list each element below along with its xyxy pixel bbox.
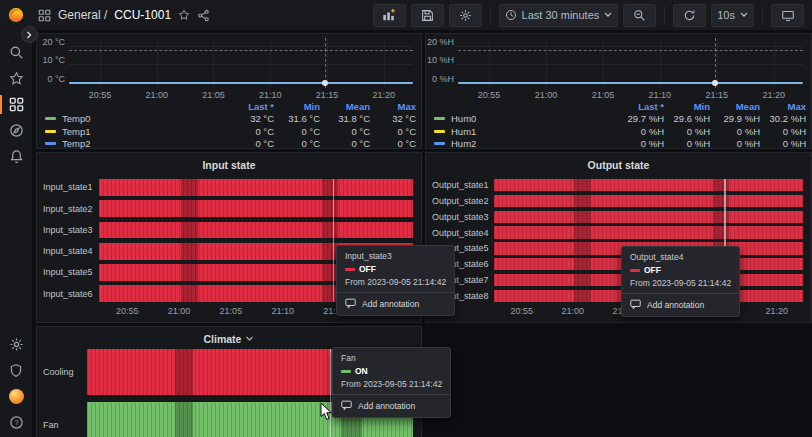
legend-series-label[interactable]: Temp2 — [45, 138, 216, 149]
sidebar-item-alerting[interactable] — [0, 144, 32, 169]
add-panel-button[interactable] — [373, 4, 406, 27]
tooltip-climate: Fan ON From 2023-09-05 21:14:42 Add anno… — [332, 347, 451, 418]
state-band — [574, 226, 591, 238]
panel-title[interactable]: Input state — [37, 153, 421, 173]
legend-column-header[interactable]: Mean — [320, 101, 370, 112]
legend-column-header[interactable]: Max — [760, 101, 806, 112]
breadcrumb-section[interactable]: General / — [58, 8, 107, 22]
state-row-label: Cooling — [43, 349, 87, 395]
legend-stat-value: 0 %H — [760, 126, 806, 137]
sidebar-item-explore[interactable] — [0, 118, 32, 143]
state-bar[interactable] — [494, 179, 803, 191]
legend-row: Temp10 °C0 °C0 °C0 °C — [45, 125, 416, 138]
tooltip-state-value: ON — [355, 366, 368, 376]
legend-series-label[interactable]: Hum2 — [434, 138, 606, 149]
divider — [337, 292, 454, 293]
legend-column-header[interactable]: Min — [664, 101, 710, 112]
panel-temperature[interactable]: 20 °C 10 °C 0 °C 20:5521:0021:0521:1021:… — [36, 33, 422, 149]
share-icon[interactable] — [197, 9, 210, 22]
sidebar-item-search[interactable] — [0, 40, 32, 65]
x-tick: 21:10 — [649, 90, 672, 100]
state-row-label: Output_state1 — [432, 179, 494, 191]
legend-series-label[interactable]: Hum1 — [434, 126, 606, 137]
sidebar-item-dashboards[interactable] — [0, 92, 32, 117]
legend-stat-value: 29.9 %H — [710, 113, 760, 124]
x-axis: 20:5521:0021:0521:1021:1521:20 — [69, 90, 413, 100]
series-swatch-icon — [434, 117, 445, 120]
sidebar-item-help[interactable]: ? — [0, 410, 32, 435]
legend-column-header[interactable]: Min — [274, 101, 320, 112]
state-row-label: Input_state2 — [43, 200, 99, 217]
sidebar-expand-button[interactable] — [21, 26, 38, 43]
panel-humidity[interactable]: 20 %H 10 %H 0 %H 20:5521:0021:0521:1021:… — [425, 33, 812, 149]
x-tick: 20:55 — [89, 90, 112, 100]
dashboard-title[interactable]: CCU-1001 — [114, 8, 171, 22]
state-bar[interactable] — [99, 179, 413, 196]
legend-column-header[interactable]: Last * — [216, 101, 274, 112]
time-series-plot[interactable] — [458, 38, 803, 88]
legend-stat-value: 0 °C — [216, 126, 274, 137]
zoom-out-button[interactable] — [623, 4, 656, 27]
legend-stat-value: 0 %H — [606, 138, 664, 149]
legend-row: Hum029.7 %H29.6 %H29.9 %H30.2 %H — [434, 113, 806, 126]
legend-series-label[interactable]: Hum0 — [434, 113, 606, 124]
add-annotation-button[interactable]: Add annotation — [630, 299, 731, 311]
y-tick: 10 %H — [427, 55, 454, 65]
save-dashboard-button[interactable] — [411, 4, 444, 27]
time-series-plot[interactable] — [69, 38, 413, 88]
sidebar-item-profile[interactable] — [0, 384, 32, 409]
threshold-line — [458, 50, 803, 51]
gear-icon — [9, 337, 24, 352]
legend-series-label[interactable]: Temp0 — [45, 113, 216, 124]
state-bar[interactable] — [494, 195, 803, 207]
comment-icon — [630, 299, 641, 310]
time-range-picker[interactable]: Last 30 minutes — [499, 4, 619, 27]
state-band — [713, 226, 728, 238]
refresh-interval-picker[interactable]: 10s — [711, 4, 754, 27]
divider — [490, 6, 491, 24]
state-swatch — [630, 269, 640, 272]
state-band — [181, 243, 198, 260]
panel-title[interactable]: Climate — [37, 327, 421, 347]
y-tick: 0 %H — [432, 74, 454, 84]
add-annotation-button[interactable]: Add annotation — [341, 400, 442, 412]
x-tick: 21:00 — [145, 90, 168, 100]
legend-column-header[interactable]: Last * — [606, 101, 664, 112]
refresh-button[interactable] — [673, 4, 706, 27]
series-line — [458, 82, 803, 84]
legend-stat-value: 32 °C — [216, 113, 274, 124]
state-bar[interactable] — [99, 200, 413, 217]
state-band — [175, 349, 193, 395]
chevron-down-icon — [604, 12, 612, 18]
legend-row: Temp20 °C0 °C0 °C0 °C — [45, 138, 416, 151]
sidebar-item-server-admin[interactable] — [0, 358, 32, 383]
time-range-label: Last 30 minutes — [522, 9, 600, 21]
legend-column-header[interactable]: Mean — [710, 101, 760, 112]
state-band — [181, 222, 198, 239]
x-tick: 21:20 — [765, 306, 788, 316]
chevron-down-icon — [740, 12, 748, 18]
legend-stat-value: 0 %H — [710, 138, 760, 149]
panel-title[interactable]: Output state — [426, 153, 811, 173]
dashboard-settings-button[interactable] — [449, 4, 482, 27]
sidebar-item-starred[interactable] — [0, 66, 32, 91]
star-icon[interactable] — [178, 9, 190, 21]
star-icon — [9, 71, 24, 86]
divider — [762, 6, 763, 24]
tv-kiosk-mode-button[interactable] — [771, 4, 804, 27]
state-bar[interactable] — [99, 222, 413, 239]
add-annotation-button[interactable]: Add annotation — [345, 298, 446, 310]
x-tick: 21:15 — [316, 90, 339, 100]
legend-stat-value: 0 °C — [274, 138, 320, 149]
legend-series-label[interactable]: Temp1 — [45, 126, 216, 137]
state-row: Output_state3 — [432, 211, 803, 223]
legend-column-header[interactable]: Max — [370, 101, 416, 112]
panel-output-state[interactable]: Output state Output_state1Output_state2O… — [425, 152, 812, 323]
sidebar-item-configuration[interactable] — [0, 332, 32, 357]
gridline — [69, 46, 413, 47]
dashboards-grid-icon[interactable] — [38, 9, 51, 22]
svg-text:?: ? — [14, 418, 18, 427]
state-bar[interactable] — [494, 211, 803, 223]
grafana-logo[interactable] — [0, 6, 32, 24]
state-bar[interactable] — [494, 226, 803, 238]
